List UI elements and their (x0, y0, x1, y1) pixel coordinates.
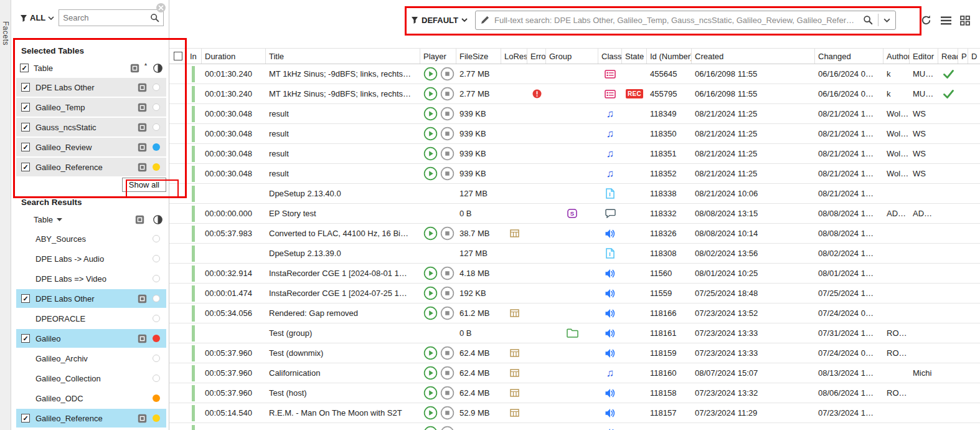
cell-player[interactable] (420, 104, 456, 123)
cell-player[interactable] (420, 383, 456, 403)
table-row[interactable]: DpeSetup 2.13.39.0127 MB11830808/02/2024… (169, 244, 980, 264)
cell-player[interactable] (420, 144, 456, 163)
cell-player[interactable] (420, 323, 456, 343)
column-header-in[interactable]: In (187, 49, 202, 64)
table-list-item[interactable]: Galileo_Archiv (16, 349, 166, 368)
collapse-caret-icon[interactable]: ▴ (144, 61, 147, 67)
table-options-icon[interactable] (138, 414, 147, 423)
table-row[interactable]: 00:05:37.960Test (downmix)62.4 MB1181590… (169, 343, 980, 363)
play-button[interactable] (423, 67, 438, 81)
column-header-filesize[interactable]: FileSize (456, 49, 501, 64)
selected-tables-header[interactable]: Table ▴ (15, 59, 169, 77)
cell-player[interactable] (420, 264, 456, 283)
table-options-icon[interactable] (130, 64, 139, 73)
table-list-item[interactable]: Galileo_Reference (16, 158, 166, 176)
stop-button[interactable] (440, 146, 455, 161)
table-row[interactable]: 00:00:30.048result939 KB♫11834908/21/202… (169, 104, 980, 124)
table-row[interactable]: 00:05:37.960Test (host)62.4 MB11815807/2… (169, 383, 980, 403)
column-header-class[interactable]: Class (598, 49, 622, 64)
table-checkbox[interactable] (21, 123, 30, 131)
stop-button[interactable] (440, 346, 455, 360)
refresh-icon[interactable] (920, 14, 932, 26)
close-sidebar-button[interactable] (156, 2, 166, 13)
cell-player[interactable] (420, 403, 456, 423)
table-checkbox[interactable] (21, 163, 30, 171)
cell-player[interactable] (420, 164, 456, 183)
column-header-player[interactable]: Player (420, 49, 456, 64)
play-button[interactable] (423, 426, 438, 430)
table-row[interactable]: 00:00:30.048result939 KB♫11835208/21/202… (169, 164, 980, 184)
table-list-item[interactable]: Galileo_Collection (16, 369, 166, 388)
table-list-item[interactable]: DPE Labs -> Audio (16, 249, 166, 268)
stop-button[interactable] (440, 107, 455, 121)
play-button[interactable] (423, 107, 438, 121)
stop-button[interactable] (440, 127, 455, 141)
fulltext-search-input[interactable] (494, 16, 858, 25)
play-button[interactable] (423, 127, 438, 141)
table-row[interactable]: 00:05:37.983Converted to FLAC, 44100 Hz,… (169, 224, 980, 244)
stop-button[interactable] (440, 166, 455, 181)
play-button[interactable] (423, 266, 438, 280)
search-results-header[interactable]: Table (15, 211, 169, 228)
column-header-id[interactable]: Id (Number) (647, 49, 692, 64)
cell-player[interactable] (420, 423, 456, 430)
cell-player[interactable] (420, 244, 456, 263)
play-button[interactable] (423, 386, 438, 400)
column-header-author[interactable]: Author (883, 49, 910, 64)
invert-selection-icon[interactable] (153, 215, 163, 224)
table-row[interactable]: 00:01:30.240MT 1kHz Sinus; -9dBFS; links… (169, 64, 980, 84)
stop-button[interactable] (440, 87, 455, 101)
sidebar-search-input[interactable] (63, 13, 150, 22)
facet-filter-dropdown[interactable]: ALL (20, 13, 54, 22)
play-button[interactable] (423, 226, 438, 241)
table-list-item[interactable]: DPEORACLE (16, 309, 166, 328)
preset-dropdown[interactable]: DEFAULT (411, 16, 468, 25)
play-button[interactable] (423, 146, 438, 161)
table-list-item[interactable]: Galileo (16, 329, 166, 348)
column-header-editor[interactable]: Editor (910, 49, 938, 64)
column-header-d[interactable]: D (968, 49, 979, 64)
table-list-item[interactable]: Galileo_Review (16, 138, 166, 156)
table-list-item[interactable]: ABY_Sources (16, 229, 166, 248)
list-view-icon[interactable] (941, 16, 951, 25)
edit-icon[interactable] (481, 16, 489, 24)
cell-player[interactable] (420, 204, 456, 223)
table-list-item[interactable]: Gauss_ncsStatic (16, 118, 166, 136)
table-options-icon[interactable] (138, 103, 147, 112)
play-button[interactable] (423, 286, 438, 300)
column-header-p[interactable]: P (958, 49, 968, 64)
stop-button[interactable] (440, 386, 455, 400)
table-row[interactable]: 00:00:32.914InstaRecorder CGE 1 [2024-08… (169, 264, 980, 284)
select-all-checkbox[interactable] (174, 52, 182, 60)
sort-caret-icon[interactable] (57, 218, 62, 221)
table-checkbox[interactable] (21, 414, 30, 423)
stop-button[interactable] (440, 266, 455, 280)
cell-player[interactable] (420, 343, 456, 363)
grid-view-icon[interactable] (960, 16, 970, 26)
table-checkbox[interactable] (21, 294, 30, 303)
cell-player[interactable] (420, 84, 456, 103)
column-header-duration[interactable]: Duration (202, 49, 266, 64)
stop-button[interactable] (440, 306, 455, 320)
table-row[interactable]: 00:05:14.540R.E.M. - Man On The Moon wit… (169, 403, 980, 423)
play-button[interactable] (423, 87, 438, 101)
cell-player[interactable] (420, 224, 456, 243)
stop-button[interactable] (440, 286, 455, 300)
cell-player[interactable] (420, 124, 456, 143)
table-row[interactable]: 00:00:30.048result939 KB♫11835108/21/202… (169, 144, 980, 164)
table-options-icon[interactable] (138, 163, 147, 172)
cell-player[interactable] (420, 64, 456, 84)
chevron-down-icon[interactable] (883, 18, 890, 22)
table-options-icon[interactable] (138, 123, 147, 132)
search-icon[interactable] (863, 15, 873, 25)
table-checkbox[interactable] (21, 143, 30, 151)
table-row[interactable]: 00:00:01.474InstaRecorder CGE 1 [2024-07… (169, 284, 980, 303)
column-header-error[interactable]: Error (527, 49, 546, 64)
table-list-item[interactable]: Galileo_Reference (16, 409, 166, 428)
table-options-icon[interactable] (135, 215, 144, 224)
table-row[interactable] (169, 423, 980, 430)
invert-selection-icon[interactable] (153, 64, 163, 73)
table-checkbox[interactable] (21, 334, 30, 343)
play-button[interactable] (423, 406, 438, 420)
table-list-item[interactable]: Galileo_Temp (16, 98, 166, 117)
